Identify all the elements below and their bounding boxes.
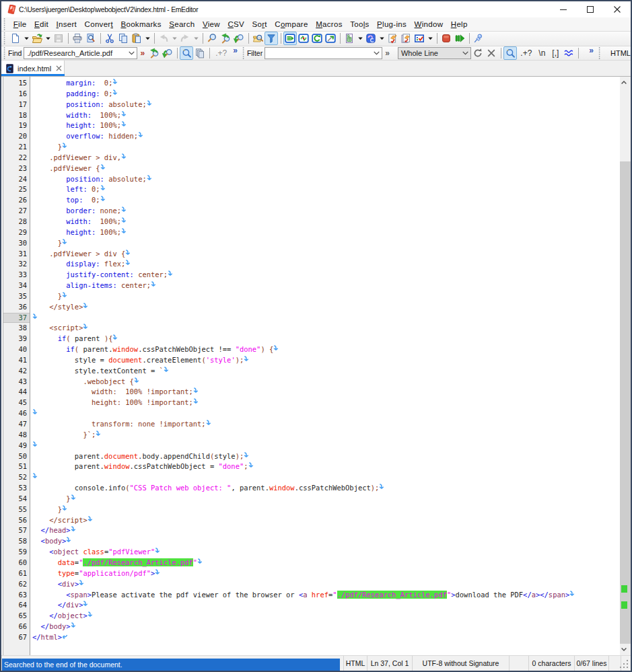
code-line[interactable]: <body> <box>32 536 620 547</box>
csv-edit-button[interactable] <box>324 32 337 45</box>
line-number[interactable]: 38 <box>3 323 30 334</box>
filter-button[interactable] <box>265 32 278 45</box>
redo-button-dropdown[interactable] <box>192 32 200 45</box>
status-syntax[interactable]: HTML <box>343 656 367 671</box>
maximize-button[interactable] <box>577 1 604 17</box>
code-line[interactable] <box>32 313 620 324</box>
line-number[interactable]: 19 <box>3 120 30 131</box>
menu-tools[interactable]: Tools <box>346 19 373 30</box>
code-line[interactable]: width: 100% !important; <box>32 387 620 398</box>
code-line[interactable]: transform: none !important; <box>32 419 620 430</box>
resize-grip[interactable] <box>620 660 629 669</box>
line-number[interactable]: 65 <box>3 611 30 622</box>
filter-regex-toggle[interactable]: .+? <box>520 48 532 58</box>
find-in-documents-button[interactable] <box>193 46 207 60</box>
line-number[interactable]: 15 <box>3 78 30 89</box>
code-line[interactable] <box>32 441 620 451</box>
code-line[interactable]: width: 100%; <box>32 110 620 121</box>
line-number[interactable]: 27 <box>3 206 30 217</box>
line-number[interactable]: 22 <box>3 153 30 163</box>
line-number[interactable]: 42 <box>3 366 30 377</box>
line-number[interactable]: 20 <box>3 131 30 142</box>
menu-csv[interactable]: CSV <box>224 19 248 30</box>
code-line[interactable]: .pdfViewer { <box>32 163 620 174</box>
code-text-area[interactable]: margin: 0; padding: 0; position: absolut… <box>30 77 620 655</box>
find-next-button[interactable] <box>232 32 246 45</box>
line-number[interactable]: 46 <box>3 408 30 419</box>
line-number[interactable]: 33 <box>3 270 30 281</box>
code-line[interactable]: display: flex; <box>32 259 620 270</box>
code-line[interactable]: data="./pdf/Research_Article.pdf" <box>32 558 620 568</box>
find-previous-button-2[interactable] <box>147 46 161 60</box>
code-line[interactable]: .pdfViewer > div, <box>32 153 620 163</box>
menu-edit[interactable]: Edit <box>30 19 52 30</box>
line-number[interactable]: 66 <box>3 622 30 632</box>
filter-clear-button[interactable] <box>485 46 498 60</box>
status-lines[interactable]: 0/67 lines <box>574 656 608 671</box>
menu-window[interactable]: Window <box>411 19 447 30</box>
filter-mode-combobox[interactable]: Whole Line <box>398 47 471 59</box>
code-line[interactable]: type="application/pdf"> <box>32 568 620 579</box>
print-button[interactable] <box>71 32 84 45</box>
filter-group-overflow-chevron[interactable]: » <box>589 46 594 54</box>
new-document-button-dropdown[interactable] <box>22 32 30 45</box>
code-line[interactable]: } <box>32 291 620 302</box>
code-line[interactable] <box>32 408 620 419</box>
code-line[interactable]: .webobject { <box>32 377 620 387</box>
code-line[interactable]: if( parent.window.cssPatchWebObject !== … <box>32 344 620 355</box>
code-line[interactable]: </style> <box>32 302 620 313</box>
cell-toolbar-button[interactable] <box>343 32 356 45</box>
code-line[interactable]: overflow: hidden; <box>32 131 620 142</box>
menu-sort[interactable]: Sort <box>248 19 271 30</box>
line-number[interactable]: 35 <box>3 291 30 302</box>
new-document-button[interactable] <box>9 32 22 45</box>
csv-mode-button[interactable] <box>283 32 297 45</box>
cut-button[interactable] <box>103 32 116 45</box>
line-number[interactable]: 26 <box>3 195 30 206</box>
code-line[interactable]: } <box>32 505 620 515</box>
line-number[interactable]: 36 <box>3 302 30 313</box>
line-number[interactable]: 54 <box>3 494 30 505</box>
menu-convert[interactable]: Convert <box>81 19 117 30</box>
filter-delimiter-toggle[interactable]: [,] <box>552 48 559 58</box>
code-line[interactable]: left: 0; <box>32 184 620 195</box>
line-number[interactable]: 18 <box>3 110 30 121</box>
validate-button-dropdown[interactable] <box>426 32 434 45</box>
code-line[interactable]: console.info("CSS Patch web object: ", p… <box>32 483 620 494</box>
code-line[interactable]: </head> <box>32 525 620 536</box>
code-line[interactable]: width: 100%; <box>32 217 620 227</box>
menu-search[interactable]: Search <box>165 19 199 30</box>
csv-convert-button[interactable] <box>297 32 310 45</box>
menu-macros[interactable]: Macros <box>312 19 346 30</box>
line-number[interactable]: 57 <box>3 525 30 536</box>
code-line[interactable]: justify-content: center; <box>32 270 620 281</box>
save-button[interactable] <box>52 32 65 45</box>
combo-chevron-icon[interactable] <box>127 51 137 55</box>
code-line[interactable] <box>32 472 620 483</box>
csv-reload-button[interactable] <box>310 32 324 45</box>
line-number[interactable]: 55 <box>3 505 30 515</box>
code-line[interactable]: parent.window.cssPatchWebObject = "done"… <box>32 461 620 472</box>
line-number[interactable]: 45 <box>3 398 30 408</box>
line-number[interactable]: 47 <box>3 419 30 430</box>
syntaxbar-grip[interactable] <box>598 47 602 59</box>
code-line[interactable]: parent.document.body.appendChild(style); <box>32 451 620 462</box>
code-line[interactable]: border: none; <box>32 206 620 217</box>
code-line[interactable]: </html> <box>32 632 620 643</box>
code-line[interactable]: } <box>32 494 620 505</box>
line-number[interactable]: 59 <box>3 547 30 558</box>
line-number[interactable]: 34 <box>3 281 30 291</box>
code-line[interactable]: style = document.createElement('style'); <box>32 355 620 366</box>
menu-view[interactable]: View <box>199 19 223 30</box>
code-line[interactable]: </body> <box>32 622 620 632</box>
code-line[interactable]: <script> <box>32 323 620 334</box>
line-number[interactable]: 61 <box>3 568 30 579</box>
line-number[interactable]: 24 <box>3 174 30 185</box>
line-number[interactable]: 64 <box>3 600 30 611</box>
line-number[interactable]: 32 <box>3 259 30 270</box>
find-group-overflow-chevron[interactable]: » <box>233 46 238 54</box>
find-in-files-button[interactable] <box>251 32 265 45</box>
line-number[interactable]: 41 <box>3 355 30 366</box>
validate-button[interactable] <box>413 32 426 45</box>
undo-button-dropdown[interactable] <box>170 32 178 45</box>
